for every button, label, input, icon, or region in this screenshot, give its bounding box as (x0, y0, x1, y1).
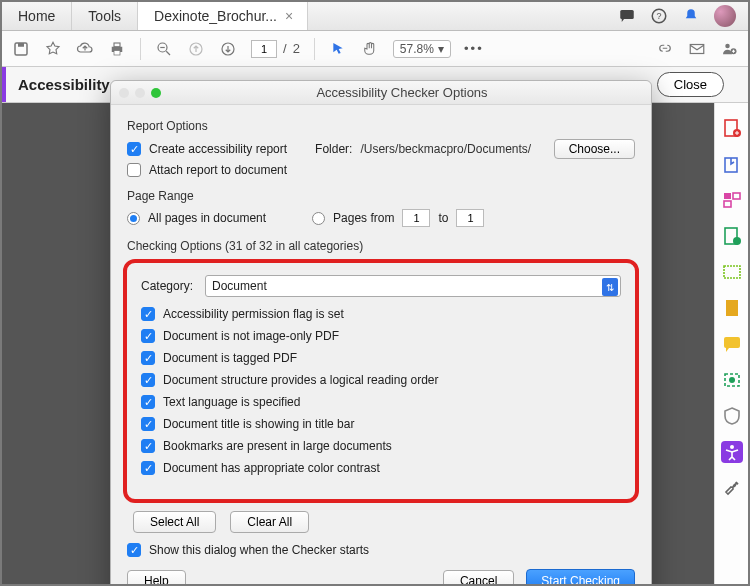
menu-tools[interactable]: Tools (72, 2, 138, 30)
page-input[interactable] (251, 40, 277, 58)
rail-export-icon[interactable] (721, 153, 743, 175)
window-zoom-dot[interactable] (151, 88, 161, 98)
all-pages-radio[interactable] (127, 212, 140, 225)
clear-all-button[interactable]: Clear All (230, 511, 309, 533)
svg-rect-25 (726, 300, 738, 316)
window-close-dot[interactable] (119, 88, 129, 98)
svg-line-9 (166, 51, 170, 55)
rail-tools-icon[interactable] (721, 477, 743, 499)
folder-label: Folder: (315, 142, 352, 156)
more-icon[interactable]: ••• (465, 40, 483, 58)
dialog-title: Accessibility Checker Options (161, 85, 643, 100)
add-user-icon[interactable] (720, 40, 738, 58)
checks-list: ✓Accessibility permission flag is set ✓D… (141, 307, 621, 475)
check-4[interactable]: ✓ (141, 395, 155, 409)
menu-home[interactable]: Home (2, 2, 72, 30)
avatar[interactable] (714, 5, 736, 27)
chat-icon[interactable] (618, 7, 636, 25)
check-2-label: Document is tagged PDF (163, 351, 297, 365)
rail-organize-icon[interactable] (721, 189, 743, 211)
check-0[interactable]: ✓ (141, 307, 155, 321)
show-dialog-checkbox[interactable]: ✓ (127, 543, 141, 557)
close-button[interactable]: Close (657, 72, 724, 97)
rail-page-icon[interactable] (721, 297, 743, 319)
check-4-label: Text language is specified (163, 395, 300, 409)
zoom-value: 57.8% (400, 42, 434, 56)
svg-text:?: ? (656, 11, 661, 21)
all-pages-label: All pages in document (148, 211, 266, 225)
window-min-dot[interactable] (135, 88, 145, 98)
star-icon[interactable] (44, 40, 62, 58)
page-total: 2 (293, 41, 300, 56)
page-range-label: Page Range (127, 189, 635, 203)
cancel-button[interactable]: Cancel (443, 570, 514, 586)
check-5[interactable]: ✓ (141, 417, 155, 431)
check-6[interactable]: ✓ (141, 439, 155, 453)
category-select[interactable]: Document ⇅ (205, 275, 621, 297)
cloud-upload-icon[interactable] (76, 40, 94, 58)
down-arrow-icon[interactable] (219, 40, 237, 58)
accessibility-checker-dialog: Accessibility Checker Options Report Opt… (110, 80, 652, 586)
hand-icon[interactable] (361, 40, 379, 58)
bell-icon[interactable] (682, 7, 700, 25)
create-report-label: Create accessibility report (149, 142, 287, 156)
page-slash: / (283, 41, 287, 56)
close-icon[interactable]: × (285, 8, 293, 24)
check-7[interactable]: ✓ (141, 461, 155, 475)
svg-rect-26 (724, 337, 740, 348)
pages-to-input[interactable] (456, 209, 484, 227)
document-tab[interactable]: Dexinote_Brochur... × (138, 2, 308, 30)
attach-report-checkbox[interactable] (127, 163, 141, 177)
svg-point-23 (733, 237, 741, 245)
check-2[interactable]: ✓ (141, 351, 155, 365)
check-1[interactable]: ✓ (141, 329, 155, 343)
zoom-out-icon[interactable] (155, 40, 173, 58)
svg-rect-4 (18, 43, 24, 47)
menubar: Home Tools Dexinote_Brochur... × ? (2, 2, 748, 31)
help-button[interactable]: Help (127, 570, 186, 586)
category-value: Document (212, 279, 267, 293)
svg-rect-7 (114, 50, 120, 55)
right-rail (714, 103, 748, 584)
check-7-label: Document has appropriate color contrast (163, 461, 380, 475)
rail-protect-icon[interactable] (721, 405, 743, 427)
rail-comment-icon[interactable] (721, 333, 743, 355)
document-tab-label: Dexinote_Brochur... (154, 8, 277, 24)
rail-scan-icon[interactable] (721, 369, 743, 391)
highlighted-region: Category: Document ⇅ ✓Accessibility perm… (123, 259, 639, 503)
page-indicator: / 2 (251, 40, 300, 58)
pages-from-label: Pages from (333, 211, 394, 225)
svg-point-14 (725, 43, 730, 48)
zoom-select[interactable]: 57.8% ▾ (393, 40, 451, 58)
select-all-button[interactable]: Select All (133, 511, 216, 533)
rail-edit-icon[interactable] (721, 225, 743, 247)
help-icon[interactable]: ? (650, 7, 668, 25)
check-5-label: Document title is showing in title bar (163, 417, 354, 431)
dialog-titlebar: Accessibility Checker Options (111, 81, 651, 105)
pages-from-radio[interactable] (312, 212, 325, 225)
rail-enhance-icon[interactable] (721, 261, 743, 283)
svg-rect-21 (724, 201, 731, 207)
save-icon[interactable] (12, 40, 30, 58)
up-arrow-icon[interactable] (187, 40, 205, 58)
choose-button[interactable]: Choose... (554, 139, 635, 159)
check-3-label: Document structure provides a logical re… (163, 373, 438, 387)
category-label: Category: (141, 279, 193, 293)
check-3[interactable]: ✓ (141, 373, 155, 387)
show-dialog-label: Show this dialog when the Checker starts (149, 543, 369, 557)
pages-from-input[interactable] (402, 209, 430, 227)
check-6-label: Bookmarks are present in large documents (163, 439, 392, 453)
report-options-label: Report Options (127, 119, 635, 133)
start-checking-button[interactable]: Start Checking (526, 569, 635, 586)
check-0-label: Accessibility permission flag is set (163, 307, 344, 321)
link-icon[interactable] (656, 40, 674, 58)
svg-rect-19 (724, 193, 731, 199)
rail-accessibility-icon[interactable] (721, 441, 743, 463)
rail-create-pdf-icon[interactable] (721, 117, 743, 139)
toolbar: / 2 57.8% ▾ ••• (2, 31, 748, 67)
svg-rect-6 (114, 43, 120, 47)
create-report-checkbox[interactable]: ✓ (127, 142, 141, 156)
pointer-icon[interactable] (329, 40, 347, 58)
print-icon[interactable] (108, 40, 126, 58)
mail-icon[interactable] (688, 40, 706, 58)
